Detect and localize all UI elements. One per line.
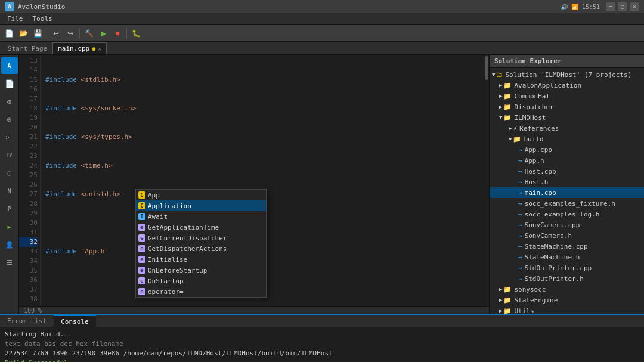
se-ref-icon: ⚡	[513, 125, 517, 132]
se-label: StdOutPrinter.h	[525, 275, 584, 283]
ac-item-getcurrentdispatcher[interactable]: ⊙ GetCurrentDispatcher	[136, 233, 266, 243]
se-file-appcpp[interactable]: → App.cpp	[490, 144, 644, 155]
ac-icon-interface: I	[138, 213, 145, 220]
sidebar-plugin-icon[interactable]: ⬡	[1, 165, 18, 181]
sidebar-debug-icon[interactable]: ▶	[1, 218, 18, 235]
sidebar-misc-icon[interactable]: ☰	[1, 254, 18, 271]
se-title: Solution Explorer	[494, 57, 562, 65]
sidebar-user-icon[interactable]: 👤	[1, 236, 18, 253]
sidebar-git-icon[interactable]: ⊗	[1, 111, 18, 128]
run-button[interactable]: ▶	[97, 27, 110, 40]
se-file-hostcpp[interactable]: → Host.cpp	[490, 166, 644, 177]
se-file-stdoutprintercpp[interactable]: → StdOutPrinter.cpp	[490, 262, 644, 273]
ac-item-application[interactable]: C Application	[136, 200, 266, 211]
tray-icons: 🔊 📶	[561, 4, 578, 10]
save-button[interactable]: 💾	[31, 27, 44, 40]
main-cpp-tab-label: main.cpp	[58, 45, 89, 52]
ac-item-await[interactable]: I Await	[136, 211, 266, 222]
se-project-commonhal[interactable]: ▶ 📁 CommonHal	[490, 91, 644, 101]
se-file-stdoutprinterh[interactable]: → StdOutPrinter.h	[490, 273, 644, 284]
tab-error-list[interactable]: Error List	[0, 315, 54, 327]
sidebar-package-icon[interactable]: P	[1, 200, 18, 217]
se-content[interactable]: ▼ 🗂 Solution 'ILMDHost' (7 projects) ▶ 📁…	[490, 68, 644, 314]
tab-main-cpp[interactable]: main.cpp ● ✕	[52, 42, 107, 54]
se-build-folder[interactable]: ▼ 📁 build	[490, 134, 644, 144]
se-file-icon: →	[518, 264, 522, 272]
se-project-stateengine[interactable]: ▶ 📁 StateEngine	[490, 295, 644, 305]
open-button[interactable]: 📂	[17, 27, 30, 40]
ac-item-app[interactable]: C App	[136, 190, 266, 200]
se-project-sonysocc[interactable]: ▶ 📁 sonysocc	[490, 284, 644, 295]
se-references[interactable]: ▶ ⚡ References	[490, 123, 644, 134]
se-file-sonycamerah[interactable]: → SonyCamera.h	[490, 230, 644, 241]
redo-button[interactable]: ↪	[64, 27, 77, 40]
tab-start-page[interactable]: Start Page	[2, 42, 52, 54]
se-label: Dispatcher	[514, 103, 553, 111]
ac-icon-method: ⊙	[138, 224, 145, 231]
se-arrow: ▼	[509, 136, 512, 142]
sidebar-teamviewer-icon[interactable]: TV	[1, 147, 18, 163]
undo-button[interactable]: ↩	[49, 27, 63, 40]
se-folder-icon: 📁	[503, 92, 512, 100]
se-file-icon: →	[518, 168, 522, 175]
build-button[interactable]: 🔨	[82, 27, 95, 40]
se-file-hosth[interactable]: → Host.h	[490, 177, 644, 187]
se-file-apph[interactable]: → App.h	[490, 155, 644, 166]
app-icon: A	[5, 2, 14, 11]
start-page-tab-label: Start Page	[8, 45, 47, 52]
se-project-utils[interactable]: ▶ 📁 Utils	[490, 305, 644, 314]
se-solution-root[interactable]: ▼ 🗂 Solution 'ILMDHost' (7 projects)	[490, 69, 644, 80]
se-file-statemachineh[interactable]: → StateMachine.h	[490, 252, 644, 262]
tab-console[interactable]: Console	[54, 315, 95, 327]
sidebar-settings-icon[interactable]: ⚙	[1, 93, 18, 110]
se-solution-icon: 🗂	[496, 71, 503, 79]
se-project-ilmdhost[interactable]: ▼ 📁 ILMDHost	[490, 112, 644, 123]
window-controls[interactable]: ─ □ ✕	[606, 2, 639, 11]
scroll-thumb[interactable]	[485, 56, 488, 80]
editor-scrollbar[interactable]	[484, 55, 489, 306]
se-file-fixture[interactable]: → socc_examples_fixture.h	[490, 198, 644, 209]
close-button[interactable]: ✕	[630, 2, 639, 11]
ac-label: Application	[148, 202, 191, 210]
sidebar-nuget-icon[interactable]: N	[1, 182, 18, 199]
se-file-log[interactable]: → socc_examples_log.h	[490, 209, 644, 219]
file-menu[interactable]: File	[2, 14, 28, 24]
minimize-button[interactable]: ─	[606, 2, 615, 11]
se-arrow: ▶	[499, 93, 502, 99]
sidebar-file-icon[interactable]: 📄	[1, 75, 18, 92]
autocomplete-popup[interactable]: C App C Application I Await ⊙ GetApplica…	[135, 189, 267, 298]
ac-item-getdispatcheractions[interactable]: ⊙ GetDispatcherActions	[136, 243, 266, 254]
ac-item-getapptime[interactable]: ⊙ GetApplicationTime	[136, 222, 266, 233]
stop-button[interactable]: ■	[111, 27, 124, 40]
ac-item-initialise[interactable]: ⊙ Initialise	[136, 254, 266, 265]
ac-item-onstartup[interactable]: ⊙ OnStartup	[136, 276, 266, 286]
tools-menu[interactable]: Tools	[28, 14, 57, 24]
ac-item-operator[interactable]: ⊙ operator=	[136, 286, 266, 297]
se-file-icon: →	[518, 178, 522, 186]
ac-label: OnStartup	[148, 277, 184, 285]
se-file-maincpp[interactable]: → main.cpp	[490, 187, 644, 198]
console-line-1: Starting Build...	[5, 330, 639, 339]
ac-icon-method: ⊙	[138, 234, 145, 242]
se-project-avalon[interactable]: ▶ 📁 AvalonApplication	[490, 80, 644, 91]
se-file-sonycameracpp[interactable]: → SonyCamera.cpp	[490, 219, 644, 230]
se-folder-icon: 📁	[513, 135, 521, 143]
ac-icon-class: C	[138, 202, 145, 209]
sidebar-terminal-icon[interactable]: >_	[1, 129, 18, 146]
clock: 15:51	[582, 4, 600, 10]
se-file-statemachinecpp[interactable]: → StateMachine.cpp	[490, 241, 644, 252]
maximize-button[interactable]: □	[618, 2, 627, 11]
se-folder-icon: 📁	[503, 286, 512, 293]
se-label: AvalonApplication	[514, 82, 581, 89]
ac-label: GetDispatcherActions	[148, 245, 227, 253]
ac-icon-class: C	[138, 191, 145, 199]
code-editor[interactable]: 1314151617 1819202122 2324252627 2829303…	[19, 55, 489, 314]
new-file-button[interactable]: 📄	[2, 27, 16, 40]
tab-close-icon[interactable]: ✕	[98, 45, 101, 52]
debug-button[interactable]: 🐛	[129, 27, 143, 40]
ac-item-onbeforestartup[interactable]: ⊙ OnBeforeStartup	[136, 265, 266, 276]
ac-icon-method: ⊙	[138, 277, 145, 284]
toolbar-separator-1	[47, 28, 47, 39]
ac-label: App	[148, 191, 160, 199]
se-project-dispatcher[interactable]: ▶ 📁 Dispatcher	[490, 101, 644, 112]
